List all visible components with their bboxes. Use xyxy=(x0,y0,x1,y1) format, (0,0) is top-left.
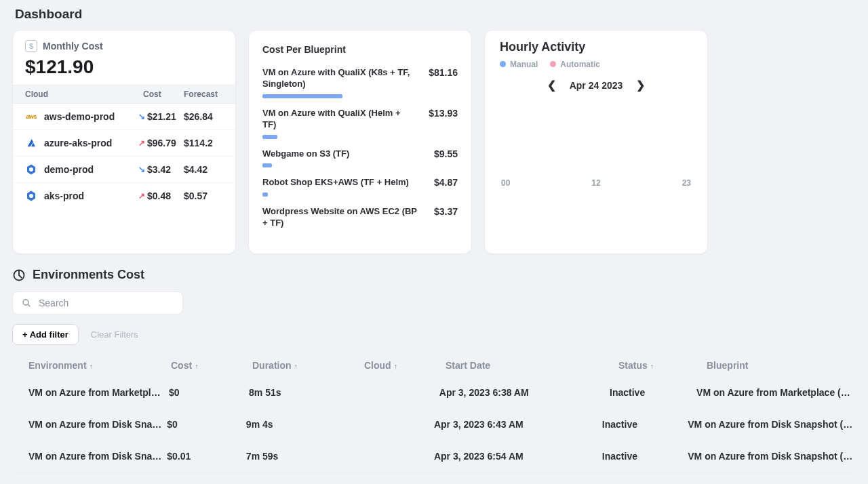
env-blueprint: VM on Azure from Marketplace (TF) xyxy=(696,387,853,398)
add-filter-button[interactable]: + Add filter xyxy=(12,324,79,345)
blueprint-row[interactable]: Webgame on S3 (TF) $9.55 xyxy=(262,148,458,168)
env-name: VM on Azure from Marketpl… xyxy=(15,387,169,398)
col-status[interactable]: Status↑ xyxy=(618,360,707,371)
aws-icon: aws xyxy=(25,110,37,123)
axis-right: 23 xyxy=(682,178,691,188)
k8s-icon xyxy=(25,163,37,176)
cloud-cost: $0.48 xyxy=(147,190,184,201)
blueprint-bar xyxy=(262,94,342,98)
env-duration: 8m 51s xyxy=(249,387,359,398)
next-date-button[interactable]: ❯ xyxy=(636,79,645,92)
col-cloud: Cloud xyxy=(25,89,143,99)
svg-point-3 xyxy=(29,194,33,198)
env-section-header: Environments Cost xyxy=(12,268,856,282)
cloud-forecast: $4.42 xyxy=(184,164,223,175)
cloud-row[interactable]: awsaws-demo-prod ↘ $21.21 $26.84 xyxy=(13,104,235,130)
blueprint-name: Robot Shop EKS+AWS (TF + Helm) xyxy=(262,177,420,188)
blueprint-bar xyxy=(262,163,272,167)
axis-left: 00 xyxy=(501,178,510,188)
col-environment[interactable]: Environment↑ xyxy=(15,360,171,371)
blueprint-cost: $13.93 xyxy=(429,108,458,139)
env-row[interactable]: VM on Azure from Marketpl… $0 8m 51s Apr… xyxy=(12,377,856,409)
manual-legend-label: Manual xyxy=(510,60,538,69)
hourly-axis: 00 12 23 xyxy=(500,178,692,188)
blueprint-row[interactable]: Robot Shop EKS+AWS (TF + Helm) $4.87 xyxy=(262,177,458,197)
blueprint-card: Cost Per Blueprint VM on Azure with Qual… xyxy=(248,30,472,254)
env-row[interactable]: VM on Azure from Disk Sna… $0.01 7m 59s … xyxy=(12,441,856,472)
blueprint-name: Webgame on S3 (TF) xyxy=(262,148,420,160)
monthly-label: Monthly Cost xyxy=(43,41,103,52)
azure-icon xyxy=(25,137,37,149)
env-name: VM on Azure from Disk Sna… xyxy=(15,451,167,462)
blueprint-row[interactable]: Wordpress Website on AWS EC2 (BP + TF) $… xyxy=(262,206,458,233)
env-start-date: Apr 3, 2023 6:43 AM xyxy=(434,419,602,430)
auto-legend-label: Automatic xyxy=(560,60,600,69)
env-cloud xyxy=(359,387,439,398)
svg-point-1 xyxy=(29,167,33,172)
clear-filters-button[interactable]: Clear Filters xyxy=(91,329,138,340)
env-cloud xyxy=(355,451,434,462)
blueprint-cost: $4.87 xyxy=(434,177,458,197)
col-blueprint[interactable]: Blueprint xyxy=(707,360,853,371)
env-status: Inactive xyxy=(610,387,696,398)
blueprint-cost: $81.16 xyxy=(429,67,458,98)
cloud-row[interactable]: azure-aks-prod ↗ $96.79 $114.2 xyxy=(13,130,235,157)
blueprint-title: Cost Per Blueprint xyxy=(262,44,458,55)
col-forecast: Forecast xyxy=(184,89,223,99)
cloud-name: demo-prod xyxy=(44,164,94,175)
blueprint-name: VM on Azure with QualiX (K8s + TF, Singl… xyxy=(262,67,415,90)
blueprint-bar xyxy=(262,135,277,139)
cloud-name: azure-aks-prod xyxy=(44,138,112,148)
cloud-forecast: $114.2 xyxy=(184,138,223,148)
env-row[interactable]: VM on Azure with QualiX (… $0.03 18m 21s… xyxy=(12,472,856,484)
blueprint-cost: $9.55 xyxy=(434,148,458,168)
cloud-table-header: Cloud Cost Forecast xyxy=(13,85,235,104)
env-status: Inactive xyxy=(602,451,688,462)
page-title: Dashboard xyxy=(12,7,856,22)
search-icon xyxy=(21,298,32,308)
auto-legend-dot xyxy=(550,61,556,67)
date-nav: ❮ Apr 24 2023 ❯ xyxy=(500,79,692,92)
hourly-legend: Manual Automatic xyxy=(500,60,692,69)
cloud-row[interactable]: demo-prod ↘ $3.42 $4.42 xyxy=(13,157,235,183)
env-table-header: Environment↑ Cost↑ Duration↑ Cloud↑ Star… xyxy=(12,355,856,377)
hourly-activity-card: Hourly Activity Manual Automatic ❮ Apr 2… xyxy=(484,30,708,254)
svg-point-5 xyxy=(23,300,28,305)
monthly-amount: $121.90 xyxy=(25,56,223,78)
blueprint-row[interactable]: VM on Azure with QualiX (Helm + TF) $13.… xyxy=(262,108,458,139)
col-duration[interactable]: Duration↑ xyxy=(252,360,364,371)
env-status: Inactive xyxy=(602,419,688,430)
env-duration: 7m 59s xyxy=(246,451,355,462)
trend-down-icon: ↘ xyxy=(136,165,147,174)
env-blueprint: VM on Azure from Disk Snapshot (TF) xyxy=(688,451,853,462)
env-name: VM on Azure from Disk Sna… xyxy=(15,419,167,430)
prev-date-button[interactable]: ❮ xyxy=(547,79,556,92)
monthly-cost-card: $ Monthly Cost $121.90 Cloud Cost Foreca… xyxy=(12,30,236,254)
env-cost: $0.01 xyxy=(167,451,246,462)
cloud-row[interactable]: aks-prod ↗ $0.48 $0.57 xyxy=(13,183,235,209)
blueprint-bar xyxy=(262,193,268,197)
manual-legend-dot xyxy=(500,61,506,67)
env-section-title: Environments Cost xyxy=(33,268,144,282)
cloud-name: aks-prod xyxy=(44,190,84,201)
col-cost: Cost xyxy=(143,89,184,99)
env-start-date: Apr 3, 2023 6:38 AM xyxy=(439,387,610,398)
env-row[interactable]: VM on Azure from Disk Sna… $0 9m 4s Apr … xyxy=(12,409,856,441)
search-box[interactable] xyxy=(12,291,183,315)
environments-icon xyxy=(12,268,26,282)
col-start-date[interactable]: Start Date xyxy=(446,360,618,371)
env-duration: 9m 4s xyxy=(246,419,355,430)
blueprint-row[interactable]: VM on Azure with QualiX (K8s + TF, Singl… xyxy=(262,67,458,98)
cloud-forecast: $0.57 xyxy=(184,190,223,201)
hourly-chart xyxy=(500,100,692,174)
cloud-cost: $96.79 xyxy=(147,138,184,148)
cloud-name: aws-demo-prod xyxy=(44,111,115,122)
env-cloud xyxy=(355,419,434,430)
axis-mid: 12 xyxy=(591,178,600,188)
env-blueprint: VM on Azure from Disk Snapshot (TF) xyxy=(688,419,853,430)
search-input[interactable] xyxy=(39,298,174,308)
blueprint-cost: $3.37 xyxy=(434,206,458,233)
col-cloud[interactable]: Cloud↑ xyxy=(364,360,446,371)
cloud-forecast: $26.84 xyxy=(184,111,223,122)
col-cost[interactable]: Cost↑ xyxy=(171,360,252,371)
